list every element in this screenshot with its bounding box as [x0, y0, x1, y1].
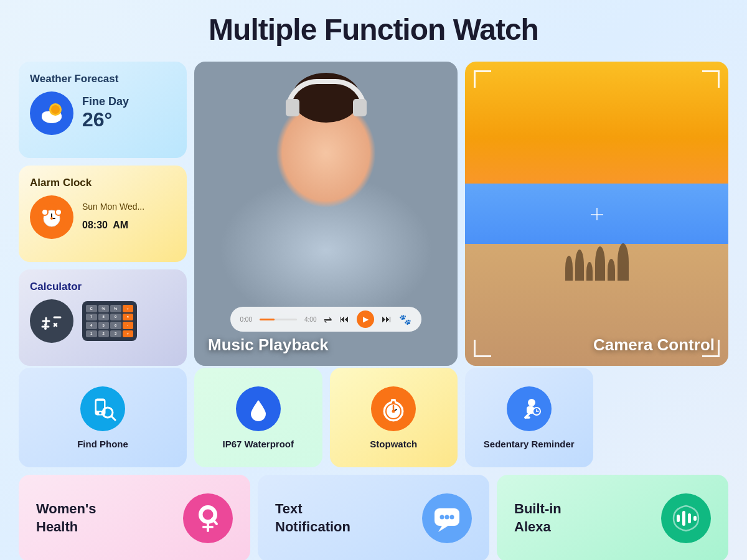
music-next-btn[interactable]: ⏭ [382, 314, 392, 325]
waterproof-label: IP67 Waterproof [223, 439, 294, 449]
camera-label: Camera Control [593, 335, 715, 355]
alarm-time: 08:30 AM [82, 212, 144, 233]
text-notification-icon [422, 493, 472, 543]
svg-line-25 [111, 416, 115, 420]
svg-rect-52 [677, 515, 680, 522]
alexa-card: Built-inAlexa [497, 475, 728, 560]
calculator-grid: C % % ÷ 7 8 9 × 4 5 6 - [82, 301, 137, 341]
music-label: Music Playback [208, 335, 329, 355]
camera-corner-bl [474, 340, 491, 357]
find-phone-icon [80, 386, 125, 431]
camera-card: Camera Control [465, 62, 728, 366]
svg-point-49 [440, 515, 444, 520]
svg-point-51 [450, 515, 454, 520]
alexa-icon [661, 493, 711, 543]
music-controls: 0:00 4:00 ⇌ ⏮ ▶ ⏭ 🐾 [230, 307, 422, 332]
calculator-title: Calculator [30, 281, 176, 293]
alarm-title: Alarm Clock [30, 177, 176, 189]
alexa-label: Built-inAlexa [514, 500, 649, 536]
svg-point-8 [42, 209, 48, 215]
stopwatch-label: Stopwatch [370, 439, 417, 449]
page-title: Multiple Function Watch [209, 12, 538, 47]
waterproof-icon [236, 386, 281, 431]
weather-temperature: 26° [82, 108, 129, 131]
svg-point-5 [51, 105, 60, 114]
svg-rect-55 [693, 516, 697, 521]
svg-point-20 [44, 327, 47, 330]
womens-health-card: Women'sHealth [19, 475, 250, 560]
alarm-icon [30, 195, 73, 239]
camera-corner-tl [474, 70, 491, 88]
svg-point-33 [392, 409, 395, 413]
find-phone-card: Find Phone [19, 368, 187, 467]
sedentary-icon [507, 386, 552, 431]
music-time-start: 0:00 [240, 316, 252, 323]
womens-health-label: Women'sHealth [36, 500, 171, 536]
music-repeat-btn[interactable]: 🐾 [399, 314, 411, 325]
waterproof-card: IP67 Waterproof [194, 368, 322, 467]
calculator-card: Calculator [19, 269, 187, 366]
left-column: Weather Forecast [19, 62, 187, 366]
bottom-row: Women'sHealth TextNotification [19, 475, 728, 560]
weather-card: Weather Forecast [19, 62, 187, 158]
text-notification-card: TextNotification [258, 475, 489, 560]
alarm-days: Sun Mon Wed... [82, 202, 144, 212]
svg-point-50 [445, 515, 449, 520]
svg-point-9 [55, 209, 62, 215]
sedentary-card: Sedentary Reminder [465, 368, 593, 467]
weather-icon [30, 91, 73, 135]
music-prev-btn[interactable]: ⏮ [339, 314, 349, 325]
womens-health-icon [183, 493, 233, 543]
svg-marker-48 [438, 526, 448, 532]
calculator-icon [30, 299, 73, 343]
music-card: 0:00 4:00 ⇌ ⏮ ▶ ⏭ 🐾 Music Playback [194, 62, 458, 366]
stopwatch-icon [371, 386, 416, 431]
svg-point-23 [99, 412, 101, 414]
svg-point-19 [44, 324, 47, 326]
svg-line-46 [212, 519, 217, 524]
music-time-end: 4:00 [304, 316, 316, 323]
svg-point-34 [528, 399, 535, 406]
music-play-btn[interactable]: ▶ [357, 310, 374, 328]
svg-rect-53 [682, 511, 685, 526]
camera-corner-tr [702, 70, 720, 88]
svg-point-12 [50, 217, 53, 220]
text-notification-label: TextNotification [275, 500, 410, 536]
sedentary-label: Sedentary Reminder [484, 439, 575, 449]
weather-condition: Fine Day [82, 95, 129, 108]
music-shuffle-btn[interactable]: ⇌ [324, 314, 332, 325]
weather-title: Weather Forecast [30, 73, 176, 85]
find-phone-label: Find Phone [77, 439, 128, 449]
svg-rect-54 [688, 513, 691, 523]
alarm-card: Alarm Clock [19, 166, 187, 262]
stopwatch-card: Stopwatch [330, 368, 458, 467]
camera-scene-people [465, 243, 728, 281]
